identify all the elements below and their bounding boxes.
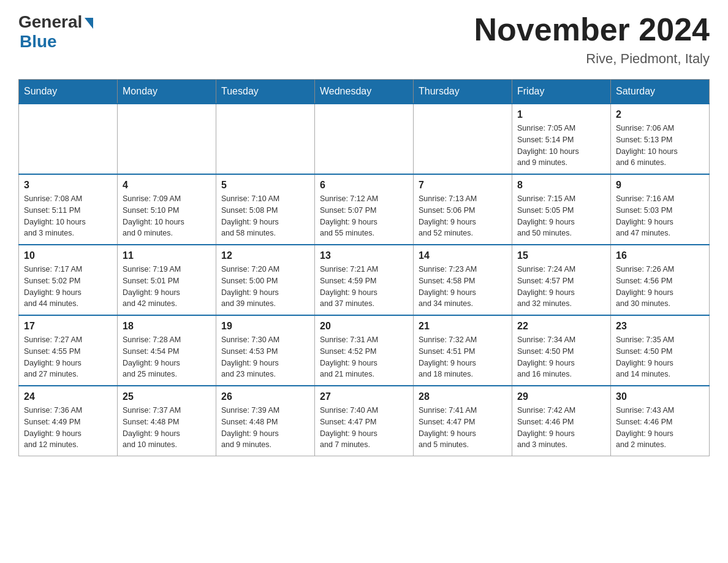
day-number: 12: [221, 250, 309, 261]
day-number: 21: [419, 321, 507, 332]
day-number: 10: [24, 250, 112, 261]
calendar-table: SundayMondayTuesdayWednesdayThursdayFrid…: [18, 79, 710, 456]
logo-blue-text: Blue: [20, 32, 57, 52]
day-info: Sunrise: 7:09 AMSunset: 5:10 PMDaylight:…: [123, 193, 211, 239]
day-number: 26: [221, 391, 309, 402]
weekday-header-sunday: Sunday: [19, 80, 118, 104]
day-info: Sunrise: 7:12 AMSunset: 5:07 PMDaylight:…: [320, 193, 408, 239]
calendar-week-row-1: 1Sunrise: 7:05 AMSunset: 5:14 PMDaylight…: [19, 104, 710, 174]
day-number: 27: [320, 391, 408, 402]
day-number: 17: [24, 321, 112, 332]
logo: General Blue: [18, 12, 93, 52]
day-info: Sunrise: 7:21 AMSunset: 4:59 PMDaylight:…: [320, 264, 408, 310]
day-number: 20: [320, 321, 408, 332]
day-info: Sunrise: 7:23 AMSunset: 4:58 PMDaylight:…: [419, 264, 507, 310]
day-info: Sunrise: 7:08 AMSunset: 5:11 PMDaylight:…: [24, 193, 112, 239]
day-info: Sunrise: 7:30 AMSunset: 4:53 PMDaylight:…: [221, 334, 309, 380]
calendar-cell: 15Sunrise: 7:24 AMSunset: 4:57 PMDayligh…: [512, 245, 611, 315]
day-number: 30: [616, 391, 704, 402]
calendar-cell: 14Sunrise: 7:23 AMSunset: 4:58 PMDayligh…: [414, 245, 512, 315]
day-info: Sunrise: 7:37 AMSunset: 4:48 PMDaylight:…: [123, 405, 211, 451]
day-number: 19: [221, 321, 309, 332]
day-info: Sunrise: 7:31 AMSunset: 4:52 PMDaylight:…: [320, 334, 408, 380]
day-number: 7: [419, 180, 507, 191]
calendar-cell: [414, 104, 512, 174]
page-header: General Blue November 2024 Rive, Piedmon…: [18, 12, 710, 67]
calendar-cell: 28Sunrise: 7:41 AMSunset: 4:47 PMDayligh…: [414, 386, 512, 456]
calendar-cell: 1Sunrise: 7:05 AMSunset: 5:14 PMDaylight…: [512, 104, 611, 174]
day-number: 5: [221, 180, 309, 191]
day-info: Sunrise: 7:28 AMSunset: 4:54 PMDaylight:…: [123, 334, 211, 380]
day-number: 29: [517, 391, 605, 402]
calendar-cell: 16Sunrise: 7:26 AMSunset: 4:56 PMDayligh…: [611, 245, 710, 315]
day-info: Sunrise: 7:40 AMSunset: 4:47 PMDaylight:…: [320, 405, 408, 451]
day-number: 1: [517, 109, 605, 120]
calendar-cell: 7Sunrise: 7:13 AMSunset: 5:06 PMDaylight…: [414, 174, 512, 245]
calendar-week-row-3: 10Sunrise: 7:17 AMSunset: 5:02 PMDayligh…: [19, 245, 710, 315]
day-number: 6: [320, 180, 408, 191]
calendar-cell: 22Sunrise: 7:34 AMSunset: 4:50 PMDayligh…: [512, 315, 611, 386]
weekday-header-row: SundayMondayTuesdayWednesdayThursdayFrid…: [19, 80, 710, 104]
day-number: 9: [616, 180, 704, 191]
day-number: 8: [517, 180, 605, 191]
calendar-cell: 4Sunrise: 7:09 AMSunset: 5:10 PMDaylight…: [118, 174, 216, 245]
day-info: Sunrise: 7:17 AMSunset: 5:02 PMDaylight:…: [24, 264, 112, 310]
day-number: 16: [616, 250, 704, 261]
day-number: 4: [123, 180, 211, 191]
day-number: 18: [123, 321, 211, 332]
day-info: Sunrise: 7:26 AMSunset: 4:56 PMDaylight:…: [616, 264, 704, 310]
weekday-header-saturday: Saturday: [611, 80, 710, 104]
day-info: Sunrise: 7:15 AMSunset: 5:05 PMDaylight:…: [517, 193, 605, 239]
calendar-week-row-4: 17Sunrise: 7:27 AMSunset: 4:55 PMDayligh…: [19, 315, 710, 386]
calendar-cell: 2Sunrise: 7:06 AMSunset: 5:13 PMDaylight…: [611, 104, 710, 174]
calendar-cell: 29Sunrise: 7:42 AMSunset: 4:46 PMDayligh…: [512, 386, 611, 456]
calendar-cell: 9Sunrise: 7:16 AMSunset: 5:03 PMDaylight…: [611, 174, 710, 245]
calendar-cell: 27Sunrise: 7:40 AMSunset: 4:47 PMDayligh…: [315, 386, 414, 456]
day-info: Sunrise: 7:06 AMSunset: 5:13 PMDaylight:…: [616, 123, 704, 169]
day-number: 24: [24, 391, 112, 402]
calendar-cell: [19, 104, 118, 174]
weekday-header-tuesday: Tuesday: [216, 80, 315, 104]
day-info: Sunrise: 7:10 AMSunset: 5:08 PMDaylight:…: [221, 193, 309, 239]
day-info: Sunrise: 7:19 AMSunset: 5:01 PMDaylight:…: [123, 264, 211, 310]
calendar-cell: 12Sunrise: 7:20 AMSunset: 5:00 PMDayligh…: [216, 245, 315, 315]
logo-general-text: General: [18, 12, 82, 32]
calendar-cell: 5Sunrise: 7:10 AMSunset: 5:08 PMDaylight…: [216, 174, 315, 245]
calendar-cell: 21Sunrise: 7:32 AMSunset: 4:51 PMDayligh…: [414, 315, 512, 386]
day-number: 2: [616, 109, 704, 120]
calendar-cell: 10Sunrise: 7:17 AMSunset: 5:02 PMDayligh…: [19, 245, 118, 315]
calendar-cell: 18Sunrise: 7:28 AMSunset: 4:54 PMDayligh…: [118, 315, 216, 386]
day-number: 13: [320, 250, 408, 261]
weekday-header-friday: Friday: [512, 80, 611, 104]
day-number: 14: [419, 250, 507, 261]
day-info: Sunrise: 7:32 AMSunset: 4:51 PMDaylight:…: [419, 334, 507, 380]
day-info: Sunrise: 7:36 AMSunset: 4:49 PMDaylight:…: [24, 405, 112, 451]
day-number: 25: [123, 391, 211, 402]
calendar-cell: [315, 104, 414, 174]
calendar-cell: 6Sunrise: 7:12 AMSunset: 5:07 PMDaylight…: [315, 174, 414, 245]
day-info: Sunrise: 7:24 AMSunset: 4:57 PMDaylight:…: [517, 264, 605, 310]
calendar-cell: [118, 104, 216, 174]
calendar-cell: 26Sunrise: 7:39 AMSunset: 4:48 PMDayligh…: [216, 386, 315, 456]
day-info: Sunrise: 7:35 AMSunset: 4:50 PMDaylight:…: [616, 334, 704, 380]
day-info: Sunrise: 7:34 AMSunset: 4:50 PMDaylight:…: [517, 334, 605, 380]
calendar-cell: 30Sunrise: 7:43 AMSunset: 4:46 PMDayligh…: [611, 386, 710, 456]
calendar-cell: 11Sunrise: 7:19 AMSunset: 5:01 PMDayligh…: [118, 245, 216, 315]
calendar-cell: 13Sunrise: 7:21 AMSunset: 4:59 PMDayligh…: [315, 245, 414, 315]
day-number: 3: [24, 180, 112, 191]
calendar-cell: 25Sunrise: 7:37 AMSunset: 4:48 PMDayligh…: [118, 386, 216, 456]
day-info: Sunrise: 7:41 AMSunset: 4:47 PMDaylight:…: [419, 405, 507, 451]
day-number: 11: [123, 250, 211, 261]
title-block: November 2024 Rive, Piedmont, Italy: [474, 12, 710, 67]
day-info: Sunrise: 7:13 AMSunset: 5:06 PMDaylight:…: [419, 193, 507, 239]
calendar-cell: 20Sunrise: 7:31 AMSunset: 4:52 PMDayligh…: [315, 315, 414, 386]
logo-arrow-icon: [85, 18, 93, 29]
weekday-header-thursday: Thursday: [414, 80, 512, 104]
day-number: 23: [616, 321, 704, 332]
calendar-cell: 17Sunrise: 7:27 AMSunset: 4:55 PMDayligh…: [19, 315, 118, 386]
day-number: 15: [517, 250, 605, 261]
day-info: Sunrise: 7:05 AMSunset: 5:14 PMDaylight:…: [517, 123, 605, 169]
day-info: Sunrise: 7:27 AMSunset: 4:55 PMDaylight:…: [24, 334, 112, 380]
day-info: Sunrise: 7:20 AMSunset: 5:00 PMDaylight:…: [221, 264, 309, 310]
calendar-cell: 19Sunrise: 7:30 AMSunset: 4:53 PMDayligh…: [216, 315, 315, 386]
